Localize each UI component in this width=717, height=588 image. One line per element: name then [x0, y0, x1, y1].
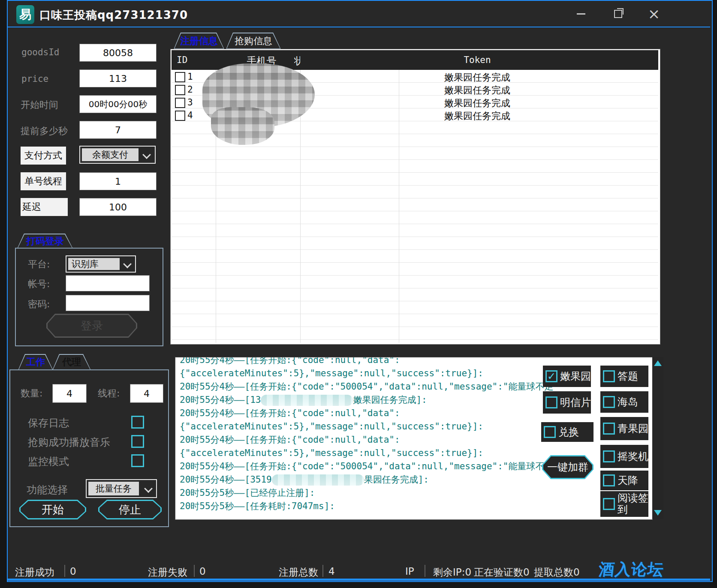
monitor-mode-checkbox[interactable]	[131, 454, 144, 467]
chevron-down-icon	[123, 260, 132, 268]
goods-id-input[interactable]: 80058	[79, 44, 157, 62]
save-log-checkbox[interactable]	[131, 416, 144, 429]
scroll-up-icon[interactable]	[654, 360, 662, 366]
option-label: 兑换	[558, 426, 579, 438]
platform-label: 平台:	[28, 258, 50, 271]
tianjiang-checkbox[interactable]	[603, 474, 615, 486]
join-group-button[interactable]: 一键加群	[542, 455, 593, 479]
duihuan-checkbox[interactable]	[544, 426, 556, 438]
stop-button[interactable]: 停止	[98, 500, 162, 519]
minimize-icon	[577, 13, 585, 15]
start-button-label: 开始	[42, 502, 64, 517]
tab-register-info-label: 注册信息	[175, 33, 223, 48]
pay-method-label: 支付方式	[21, 147, 66, 165]
status-total-value: 4	[328, 566, 335, 577]
option-nenguoyuan[interactable]: ✓ 嫩果园	[543, 366, 591, 387]
option-tianjiang[interactable]: 天降	[600, 471, 648, 490]
price-label: price	[21, 74, 48, 84]
function-select[interactable]: 批量任务	[86, 479, 157, 498]
play-music-checkbox[interactable]	[131, 435, 144, 448]
minimize-button[interactable]	[569, 6, 593, 21]
maximize-button[interactable]	[606, 6, 630, 21]
maximize-icon	[614, 10, 622, 18]
row-checkbox[interactable]	[175, 111, 185, 121]
row-token: 嫩果园任务完成	[413, 71, 542, 84]
account-label: 帐号:	[28, 278, 50, 291]
single-thread-label: 单号线程	[21, 172, 66, 190]
status-verifying: 正在验证数0	[474, 566, 530, 579]
option-label: 明信片	[560, 397, 591, 408]
censor-blob	[211, 107, 274, 145]
row-id: 1	[187, 72, 193, 82]
option-yuedu-qiandao[interactable]: 阅读签到	[600, 491, 648, 517]
status-fail-value: 0	[199, 566, 206, 577]
tab-captcha-login-label: 打码登录	[18, 234, 72, 248]
advance-seconds-input[interactable]: 7	[79, 121, 157, 139]
save-log-label: 保存日志	[28, 416, 69, 430]
option-haidao[interactable]: 海岛	[600, 391, 648, 413]
log-censor	[272, 474, 364, 486]
platform-select[interactable]: 识别库	[66, 255, 136, 273]
advance-seconds-label: 提前多少秒	[21, 125, 68, 138]
row-checkbox[interactable]	[175, 85, 185, 95]
row-checkbox[interactable]	[175, 98, 185, 108]
chevron-down-icon	[144, 484, 153, 493]
start-button[interactable]: 开始	[19, 500, 86, 519]
option-label: 嫩果园	[560, 371, 591, 382]
pay-method-select[interactable]: 余额支付	[79, 146, 156, 164]
account-input[interactable]	[66, 275, 150, 291]
haidao-checkbox[interactable]	[603, 396, 615, 408]
delay-input[interactable]: 100	[79, 198, 157, 216]
status-ip-label: IP	[405, 566, 414, 577]
status-success-label: 注册成功	[15, 566, 54, 579]
option-dati[interactable]: 答题	[600, 366, 648, 387]
price-input[interactable]: 113	[79, 69, 157, 87]
app-logo-icon: 易	[16, 5, 34, 24]
row-token: 嫩果园任务完成	[413, 97, 542, 110]
dati-checkbox[interactable]	[603, 370, 615, 382]
login-button-label: 登录	[81, 318, 103, 333]
option-mingxinpian[interactable]: 明信片	[543, 391, 591, 414]
delay-label: 延迟	[21, 198, 68, 216]
col-partial: 状	[294, 54, 300, 68]
status-success-value: 0	[70, 566, 76, 577]
row-checkbox[interactable]	[175, 72, 185, 82]
row-token: 嫩果园任务完成	[413, 84, 542, 97]
thread-label: 线程:	[98, 387, 120, 400]
option-label: 阅读签到	[618, 492, 648, 516]
yaojiangji-checkbox[interactable]	[603, 450, 615, 462]
monitor-mode-label: 监控模式	[28, 455, 69, 468]
option-yaojiangji[interactable]: 摇奖机	[600, 445, 648, 468]
thread-input[interactable]: 4	[130, 384, 163, 403]
scroll-down-icon[interactable]	[654, 510, 662, 516]
window-bottom-border	[8, 579, 710, 581]
option-qingguoyuan[interactable]: 青果园	[600, 417, 648, 440]
single-thread-input[interactable]: 1	[79, 172, 157, 190]
mingxinpian-checkbox[interactable]	[545, 396, 557, 408]
check-icon: ✓	[547, 372, 556, 381]
login-button[interactable]: 登录	[46, 314, 137, 338]
option-duihuan[interactable]: 兑换	[541, 422, 593, 442]
row-token: 嫩果园任务完成	[413, 110, 542, 123]
log-scrollbar[interactable]	[652, 357, 663, 519]
titlebar-divider	[8, 27, 710, 27]
play-music-label: 抢购成功播放音乐	[28, 435, 110, 449]
yuedu-qiandao-checkbox[interactable]	[603, 498, 615, 510]
password-label: 密码:	[28, 298, 50, 311]
start-time-label: 开始时间	[21, 99, 58, 111]
qingguoyuan-checkbox[interactable]	[603, 423, 615, 435]
tab-captcha-login[interactable]: 打码登录	[17, 234, 73, 249]
function-select-value: 批量任务	[88, 482, 139, 495]
tab-purchase-info[interactable]: 抢购信息	[226, 33, 281, 49]
quantity-input[interactable]: 4	[52, 384, 87, 403]
tab-register-info[interactable]: 注册信息	[174, 33, 224, 49]
nenguoyuan-checkbox[interactable]: ✓	[545, 370, 557, 382]
pay-method-value: 余额支付	[82, 148, 139, 161]
password-input[interactable]	[66, 295, 150, 311]
option-label: 天降	[618, 475, 638, 486]
col-id: ID	[177, 55, 187, 65]
forum-watermark: 酒入论坛	[597, 559, 665, 580]
row-id: 2	[187, 84, 193, 95]
close-button[interactable]: ×	[642, 6, 666, 21]
start-time-input[interactable]: 00时00分00秒	[79, 95, 157, 113]
